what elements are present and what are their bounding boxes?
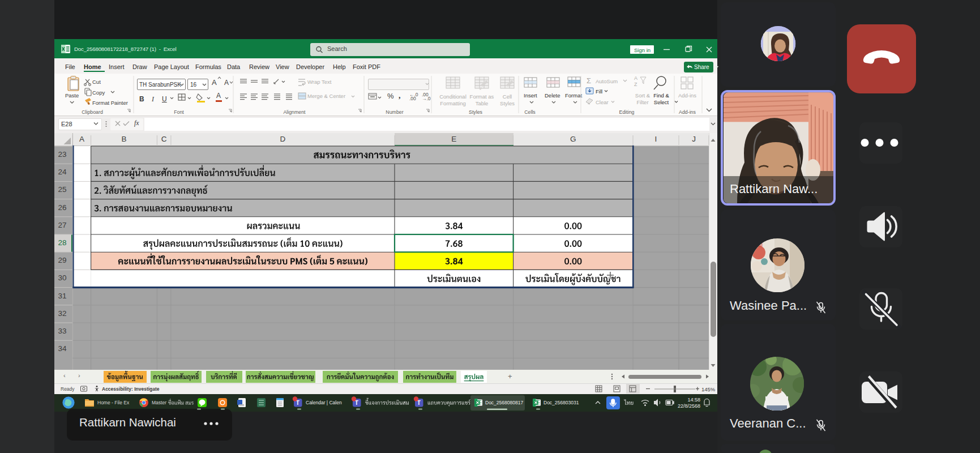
svg-text:Wasinee Pa...: Wasinee Pa... [730, 298, 807, 313]
svg-text:Cal: Cal [755, 242, 763, 248]
svg-text:Rattikarn Naw...: Rattikarn Naw... [730, 182, 818, 196]
svg-text:.00: .00 [409, 96, 416, 101]
svg-text:Veeranan C...: Veeranan C... [730, 416, 806, 430]
svg-text:→.0: →.0 [422, 96, 431, 101]
